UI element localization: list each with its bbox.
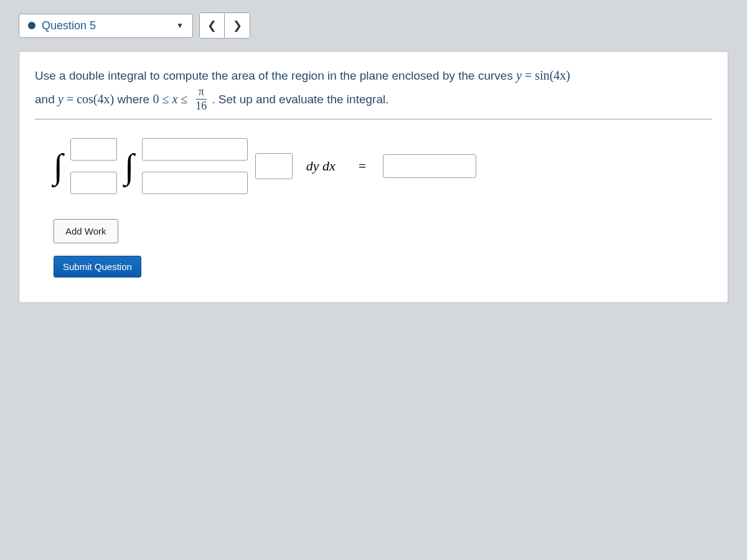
- math-fraction-pi16: π16: [193, 85, 209, 113]
- inner-upper-limit-input[interactable]: [142, 138, 248, 161]
- result-input[interactable]: [383, 154, 476, 178]
- question-prompt: Use a double integral to compute the are…: [35, 64, 712, 114]
- differential-label: dy dx: [306, 158, 336, 174]
- fraction-denominator: 16: [193, 100, 209, 113]
- divider-line: [35, 119, 712, 119]
- question-card: Use a double integral to compute the are…: [19, 51, 728, 303]
- math-cos4x: cos(4x): [77, 92, 114, 106]
- math-eq-1: =: [522, 68, 535, 82]
- prev-question-button[interactable]: ❮: [200, 13, 225, 38]
- submit-question-button[interactable]: Submit Question: [54, 256, 141, 278]
- inner-limits-stack: [142, 138, 248, 194]
- equals-sign: =: [359, 158, 366, 174]
- prompt-text-and: and: [35, 93, 58, 106]
- math-sin4x: sin(4x): [535, 68, 570, 82]
- next-question-button[interactable]: ❯: [225, 13, 250, 38]
- add-work-button[interactable]: Add Work: [54, 219, 118, 243]
- chevron-left-icon: ❮: [207, 19, 217, 32]
- prompt-text-where: where: [114, 93, 153, 106]
- math-leq-2: ≤: [177, 92, 190, 106]
- math-x: x: [172, 92, 177, 106]
- question-number-label: Question 5: [42, 19, 96, 32]
- question-selector-content: Question 5: [28, 19, 96, 32]
- math-zero: 0: [153, 92, 159, 106]
- outer-limits-stack: [70, 138, 117, 194]
- chevron-right-icon: ❯: [233, 19, 242, 32]
- inner-lower-limit-input[interactable]: [142, 172, 248, 194]
- math-y-2: y: [58, 92, 63, 106]
- math-eq-2: =: [63, 92, 77, 106]
- question-header-bar: Question 5 ▼ ❮ ❯: [19, 12, 728, 39]
- fraction-numerator: π: [196, 85, 207, 100]
- integral-input-row: ∫ ∫ dy dx =: [54, 138, 712, 194]
- integrand-input[interactable]: [255, 153, 293, 179]
- status-dot-icon: [28, 22, 35, 29]
- integral-symbol-2: ∫: [125, 149, 134, 184]
- outer-lower-limit-input[interactable]: [70, 172, 117, 194]
- nav-button-group: ❮ ❯: [199, 12, 250, 39]
- chevron-down-icon: ▼: [176, 21, 184, 30]
- math-y-1: y: [516, 68, 522, 82]
- prompt-text-setup: . Set up and evaluate the integral.: [212, 93, 388, 106]
- prompt-text-1: Use a double integral to compute the are…: [35, 69, 516, 82]
- outer-upper-limit-input[interactable]: [70, 138, 117, 161]
- question-selector-dropdown[interactable]: Question 5 ▼: [19, 14, 193, 38]
- math-leq-1: ≤: [159, 92, 172, 106]
- integral-symbol-1: ∫: [54, 149, 63, 184]
